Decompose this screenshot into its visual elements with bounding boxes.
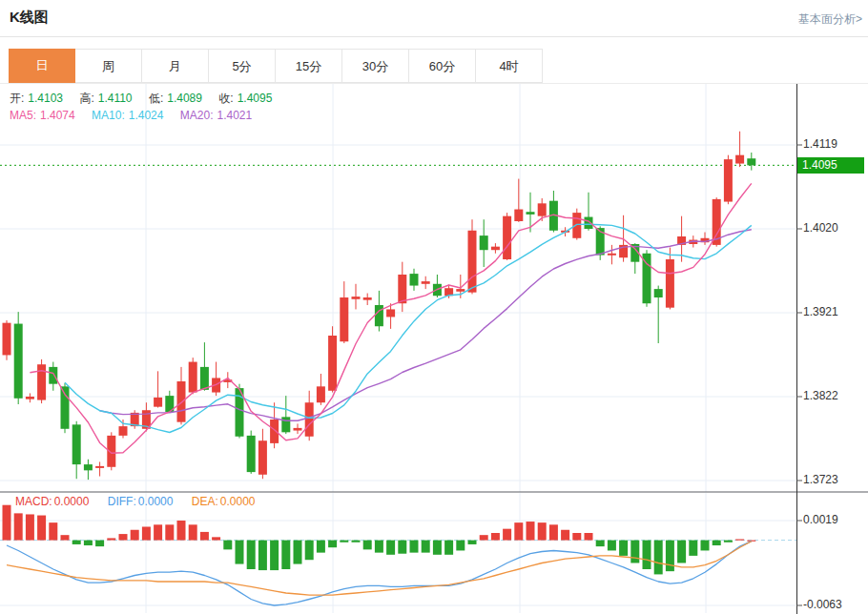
candle[interactable] — [49, 367, 57, 384]
macd-bar[interactable] — [212, 537, 220, 540]
candle[interactable] — [608, 254, 616, 256]
macd-bar[interactable] — [549, 524, 558, 540]
macd-bar[interactable] — [619, 541, 628, 556]
macd-bar[interactable] — [630, 541, 639, 563]
tab-日[interactable]: 日 — [9, 49, 75, 83]
macd-bar[interactable] — [26, 514, 34, 540]
macd-bar[interactable] — [643, 541, 651, 569]
tab-60分[interactable]: 60分 — [409, 49, 476, 83]
macd-bar[interactable] — [514, 522, 523, 540]
macd-bar[interactable] — [236, 541, 244, 564]
macd-bar[interactable] — [480, 535, 488, 540]
candle[interactable] — [61, 386, 70, 428]
macd-bar[interactable] — [491, 533, 500, 541]
candle[interactable] — [95, 466, 104, 468]
macd-bar[interactable] — [433, 541, 442, 555]
candle[interactable] — [37, 364, 46, 399]
macd-bar[interactable] — [572, 533, 581, 541]
macd-bar[interactable] — [666, 541, 674, 572]
tab-周[interactable]: 周 — [75, 49, 142, 83]
candle[interactable] — [72, 424, 81, 464]
macd-bar[interactable] — [61, 535, 70, 540]
candle[interactable] — [386, 309, 395, 317]
candle[interactable] — [527, 212, 535, 215]
candle[interactable] — [352, 297, 361, 299]
macd-bar[interactable] — [724, 541, 733, 542]
macd-bar[interactable] — [503, 529, 511, 541]
candle[interactable] — [724, 159, 733, 201]
macd-bar[interactable] — [527, 522, 535, 541]
macd-bar[interactable] — [200, 532, 209, 541]
tab-4时[interactable]: 4时 — [476, 49, 543, 83]
candle[interactable] — [26, 397, 34, 399]
tab-月[interactable]: 月 — [142, 49, 209, 83]
macd-bar[interactable] — [596, 541, 605, 547]
macd-bar[interactable] — [258, 541, 267, 570]
macd-bar[interactable] — [95, 541, 104, 547]
macd-bar[interactable] — [154, 524, 162, 540]
candle[interactable] — [177, 381, 186, 422]
candle[interactable] — [317, 386, 325, 402]
candle[interactable] — [491, 247, 500, 251]
macd-bar[interactable] — [3, 505, 11, 541]
candle[interactable] — [119, 426, 128, 436]
macd-bar[interactable] — [49, 522, 57, 540]
macd-bar[interactable] — [654, 541, 663, 575]
macd-bar[interactable] — [14, 513, 23, 540]
macd-bar[interactable] — [177, 521, 186, 541]
macd-bar[interactable] — [37, 516, 46, 541]
macd-bar[interactable] — [294, 541, 302, 564]
macd-bar[interactable] — [689, 541, 697, 556]
candle[interactable] — [735, 155, 744, 164]
candle[interactable] — [3, 323, 11, 356]
tab-15分[interactable]: 15分 — [276, 49, 342, 83]
macd-bar[interactable] — [608, 541, 616, 551]
candle[interactable] — [84, 464, 93, 470]
macd-bar[interactable] — [363, 541, 372, 550]
macd-bar[interactable] — [84, 541, 93, 545]
macd-bar[interactable] — [713, 541, 721, 545]
macd-bar[interactable] — [735, 540, 744, 541]
macd-bar[interactable] — [585, 533, 593, 541]
candle[interactable] — [189, 362, 197, 393]
macd-bar[interactable] — [305, 541, 314, 561]
macd-bar[interactable] — [352, 541, 361, 542]
candle[interactable] — [410, 274, 419, 285]
macd-bar[interactable] — [270, 541, 279, 570]
candle[interactable] — [294, 428, 302, 431]
macd-bar[interactable] — [677, 541, 686, 563]
macd-bar[interactable] — [386, 541, 395, 555]
fundamental-analysis-link[interactable]: 基本面分析> — [798, 11, 862, 28]
macd-bar[interactable] — [142, 526, 151, 540]
candle[interactable] — [468, 231, 477, 293]
macd-bar[interactable] — [701, 541, 710, 551]
tab-30分[interactable]: 30分 — [342, 49, 409, 83]
candle[interactable] — [514, 210, 523, 221]
candle[interactable] — [480, 235, 488, 250]
macd-bar[interactable] — [422, 541, 430, 553]
candle[interactable] — [572, 213, 581, 238]
candle[interactable] — [422, 281, 430, 284]
macd-bar[interactable] — [561, 530, 569, 541]
candle[interactable] — [375, 305, 383, 326]
macd-bar[interactable] — [131, 530, 139, 541]
candle[interactable] — [666, 259, 674, 308]
macd-bar[interactable] — [410, 541, 419, 553]
macd-bar[interactable] — [247, 541, 256, 569]
candle[interactable] — [270, 420, 279, 443]
candle[interactable] — [747, 158, 755, 165]
macd-bar[interactable] — [189, 524, 197, 540]
macd-bar[interactable] — [72, 541, 81, 544]
candle[interactable] — [328, 336, 337, 391]
candle[interactable] — [258, 440, 267, 475]
macd-bar[interactable] — [223, 541, 232, 550]
macd-bar[interactable] — [119, 534, 128, 541]
candle[interactable] — [247, 436, 256, 472]
candle[interactable] — [538, 203, 547, 215]
candle[interactable] — [200, 367, 209, 390]
candle[interactable] — [363, 297, 372, 300]
macd-bar[interactable] — [165, 524, 174, 540]
macd-bar[interactable] — [281, 541, 290, 569]
tab-5分[interactable]: 5分 — [209, 49, 276, 83]
macd-bar[interactable] — [538, 522, 547, 540]
